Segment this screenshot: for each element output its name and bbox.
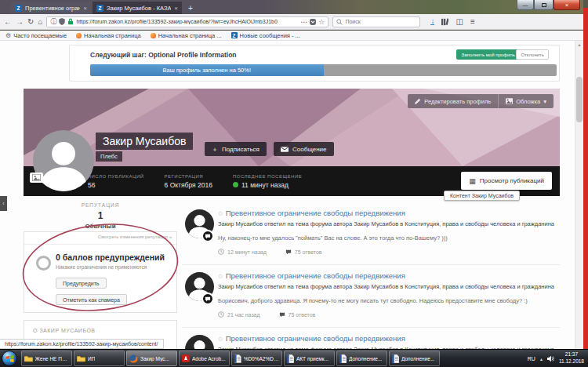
- bookmark-frequent[interactable]: ⚙ Часто посещаемые: [5, 32, 67, 39]
- dismiss-button[interactable]: Отклонить: [516, 49, 549, 60]
- post-title-link[interactable]: ✩Превентивное ограничение свободы передв…: [218, 209, 560, 217]
- replies-bubble-icon: [285, 249, 292, 255]
- site-favicon: Z: [15, 5, 22, 12]
- post-footer: 21 час назад 75 ответов: [218, 311, 560, 318]
- bookmark-home-2[interactable]: Начальная страница ...: [151, 32, 222, 39]
- tab-close-icon[interactable]: ×: [83, 5, 87, 12]
- taskbar-item-label: Adobe Acrob...: [192, 356, 226, 362]
- flag-spammer-button[interactable]: Отметить как спамера: [56, 294, 127, 305]
- post-replies[interactable]: 75 ответов: [279, 312, 316, 318]
- post-item: ✩Превентивное ограничение свободы передв…: [182, 328, 560, 349]
- language-indicator[interactable]: RU: [528, 356, 535, 362]
- back-icon[interactable]: ←: [4, 18, 12, 26]
- topic-star-icon: ✩: [218, 210, 223, 217]
- maximize-button[interactable]: [534, 0, 554, 10]
- replies-bubble-icon: [279, 312, 285, 318]
- post-footer: 12 минут назад 75 ответов: [218, 249, 560, 255]
- message-button[interactable]: Сообщение: [274, 142, 334, 156]
- envelope-icon: [281, 147, 289, 152]
- clock-time: 21:37: [565, 351, 578, 357]
- post-title[interactable]: Превентивное ограничение свободы передви…: [226, 271, 405, 280]
- view-posts-label: Просмотр публикаций: [480, 177, 544, 184]
- tab-close-icon[interactable]: ×: [174, 5, 178, 12]
- scrollbar[interactable]: ▴: [575, 41, 583, 349]
- post-replies[interactable]: 75 ответов: [285, 249, 322, 255]
- taskbar-item-label: Дополнение...: [401, 356, 434, 362]
- edit-profile-button[interactable]: Редактировать профиль: [408, 94, 498, 108]
- menu-hamburger-icon[interactable]: ≡: [470, 18, 475, 26]
- taskbar-item-doc-4[interactable]: Дополнение...: [389, 351, 440, 366]
- taskbar-clock[interactable]: 21:37 11.12.2018: [559, 351, 584, 365]
- page-info-icon[interactable]: ⓘ: [50, 17, 56, 26]
- stat-label: ПОСЛЕДНЕЕ ПОСЕЩЕНИЕ: [233, 174, 302, 179]
- sidebars-icon[interactable]: ◫: [456, 18, 463, 26]
- forward-icon[interactable]: →: [16, 18, 24, 26]
- taskbar-item-folder-1[interactable]: Жене НЕ ПА...: [21, 351, 72, 366]
- follow-button[interactable]: ＋ Подписаться: [205, 142, 267, 156]
- taskbar-item-doc-2[interactable]: АКТ приемк...: [284, 351, 335, 366]
- cover-menu-button[interactable]: Обложка ▾: [499, 94, 554, 108]
- firefox-icon: [129, 354, 138, 363]
- bookmark-star-icon[interactable]: ☆: [318, 18, 325, 26]
- post-title[interactable]: Превентивное ограничение свободы передви…: [226, 209, 405, 217]
- post-title-link[interactable]: ✩Превентивное ограничение свободы передв…: [218, 334, 560, 343]
- change-photo-button[interactable]: [30, 173, 43, 183]
- page-viewport: Следующий шаг: Optional Profile Informat…: [0, 41, 583, 349]
- taskbar-item-doc-1[interactable]: %D0%A2%D0...: [231, 351, 282, 366]
- library-icon[interactable]: [441, 18, 448, 26]
- folder-icon: [77, 355, 85, 362]
- next-step-title: Следующий шаг: Optional Profile Informat…: [90, 51, 237, 59]
- home-icon[interactable]: ⌂: [38, 18, 42, 26]
- profile-name: Закир Мусаибов: [96, 133, 193, 150]
- post-time-text: 21 час назад: [227, 312, 260, 318]
- taskbar-item-label: Дополнение...: [349, 356, 382, 362]
- taskbar-item-acrobat[interactable]: Adobe Acrob...: [179, 351, 230, 366]
- taskbar-item-folder-2[interactable]: ИП: [74, 351, 125, 366]
- pocket-icon[interactable]: [310, 19, 316, 25]
- post-title[interactable]: Превентивное ограничение свободы передви…: [226, 334, 405, 343]
- cover-menu-label: Обложка: [516, 98, 540, 105]
- side-panel-handle[interactable]: ‹: [0, 196, 7, 211]
- post-body: Борисович, доброго здравица. Я почему-то…: [218, 297, 560, 304]
- bookmark-new-messages[interactable]: Z Новые сообщения - ...: [231, 32, 300, 39]
- scroll-up-arrow[interactable]: ▴: [575, 42, 583, 47]
- search-box[interactable]: [332, 16, 420, 27]
- fill-profile-button[interactable]: Заполнить мой профиль: [456, 49, 521, 60]
- tab-1[interactable]: Z Превентивное ограничени ×: [11, 2, 91, 14]
- minimize-button[interactable]: —: [517, 0, 534, 10]
- bookmark-label: Новые сообщения - ...: [240, 32, 300, 39]
- search-input[interactable]: [345, 19, 416, 24]
- taskbar-item-doc-3[interactable]: Дополнение...: [336, 351, 387, 366]
- reload-icon[interactable]: ↻: [27, 18, 34, 26]
- bookmark-home-1[interactable]: Начальная страница: [76, 32, 141, 39]
- folder-icon: [24, 355, 33, 362]
- url-text[interactable]: https://forum.zakon.kz/profile/133592-за…: [76, 19, 298, 24]
- windows-taskbar: Жене НЕ ПА... ИП Закир Мус... Adobe Acro…: [0, 349, 588, 367]
- tracking-protection-shield-icon[interactable]: [59, 18, 65, 25]
- reply-badge-icon: [201, 293, 214, 305]
- downloads-icon[interactable]: ↓: [430, 18, 434, 25]
- warning-points-card: Смотреть изменения репутации » 0 баллов …: [24, 231, 177, 313]
- close-button[interactable]: ×: [554, 0, 580, 10]
- desktop: Z Превентивное ограничени × Z Закир Муса…: [0, 0, 588, 367]
- tab-2-active[interactable]: Z Закир Мусаибов - КАЗАХСТА ×: [93, 2, 182, 14]
- reputation-history-link[interactable]: Смотреть изменения репутации »: [98, 234, 172, 239]
- post-avatar[interactable]: [185, 335, 214, 349]
- taskbar-item-firefox[interactable]: Закир Мус...: [126, 351, 177, 366]
- view-posts-button[interactable]: ▦ Просмотр публикаций: [461, 172, 552, 190]
- search-icon: [336, 19, 343, 25]
- url-bar[interactable]: ⓘ https://forum.zakon.kz/profile/133592-…: [46, 16, 328, 27]
- page-actions-icon[interactable]: ⋯: [300, 18, 307, 26]
- post-title-link[interactable]: ✩Превентивное ограничение свободы передв…: [218, 271, 560, 280]
- chevron-down-icon: ▾: [543, 98, 546, 105]
- homepage-icon: [151, 33, 156, 38]
- volume-icon[interactable]: [547, 355, 554, 362]
- tray-expand-icon[interactable]: ▴: [540, 356, 543, 362]
- reputation-value: 1: [24, 210, 177, 221]
- warn-user-button[interactable]: Предупредить: [56, 278, 107, 289]
- new-tab-button[interactable]: +: [185, 2, 196, 14]
- add-person-icon: ＋: [212, 145, 218, 154]
- clock-icon: [218, 249, 224, 255]
- start-button[interactable]: [2, 351, 17, 366]
- scrollbar-thumb[interactable]: [576, 77, 583, 122]
